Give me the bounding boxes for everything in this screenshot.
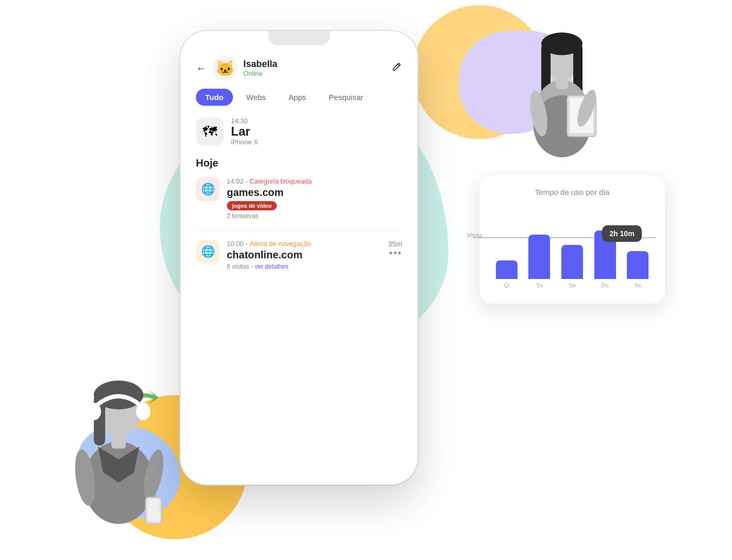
tab-apps[interactable]: Apps bbox=[279, 89, 315, 106]
tab-tudo[interactable]: Tudo bbox=[196, 89, 233, 106]
tab-webs[interactable]: Webs bbox=[237, 89, 275, 106]
edit-button[interactable] bbox=[391, 61, 402, 75]
map-icon: 🗺 bbox=[203, 123, 217, 140]
chart-bar-Qi bbox=[496, 260, 518, 279]
user-info: Isabella Online bbox=[243, 59, 277, 78]
globe-alert-icon: 🌐 bbox=[201, 245, 215, 258]
location-name: Lar bbox=[231, 125, 258, 138]
map-icon-box: 🗺 bbox=[196, 118, 224, 145]
chart-bar-label-Qi: Qi bbox=[504, 282, 509, 288]
chart-avg-label: Média bbox=[467, 232, 483, 238]
chart-bar-label-Do: Do bbox=[602, 282, 609, 288]
chart-bar-wrap-Qi: Qi bbox=[494, 206, 520, 288]
chart-bar-Sa bbox=[561, 245, 583, 279]
alert-label: Alerta de navegação bbox=[249, 240, 311, 248]
chart-bar-wrap-Se: Se bbox=[625, 206, 651, 288]
activity-right-chat: 35m ••• bbox=[388, 240, 402, 259]
dots-menu[interactable]: ••• bbox=[388, 248, 402, 259]
section-today-label: Hoje bbox=[196, 157, 402, 169]
cat-avatar-icon: 🐱 bbox=[215, 59, 235, 77]
phone-frame: ← 🐱 Isabella Online bbox=[180, 31, 418, 485]
chart-bar-Se bbox=[627, 251, 648, 279]
tag-badge: jogos de vídeo bbox=[227, 201, 277, 210]
activity-time-blocked: 14:02 - Categoria bloqueada bbox=[227, 177, 402, 185]
activity-time-alert: 10:00 - Alerta de navegação bbox=[227, 240, 381, 248]
user-avatar: 🐱 bbox=[212, 56, 237, 80]
svg-rect-5 bbox=[556, 75, 568, 89]
divider bbox=[196, 230, 402, 230]
globe-blocked-icon: 🌐 bbox=[201, 183, 215, 196]
activity-sub-games: 2 tentativas bbox=[227, 212, 402, 220]
user-name: Isabella bbox=[243, 59, 277, 70]
location-time: 14:30 bbox=[231, 117, 258, 125]
location-info: 14:30 Lar iPhone X bbox=[231, 117, 258, 146]
chart-bar-label-Sx: Sx bbox=[536, 282, 543, 288]
chart-card: Tempo de uso por dia Média QiSxSa2h 10mD… bbox=[479, 175, 665, 304]
chart-bar-Sx bbox=[528, 235, 550, 279]
chart-title: Tempo de uso por dia bbox=[494, 188, 651, 196]
svg-point-15 bbox=[136, 403, 151, 420]
activity-icon-alert: 🌐 bbox=[196, 240, 220, 263]
activity-domain-games: games.com bbox=[227, 186, 402, 199]
location-card: 🗺 14:30 Lar iPhone X bbox=[196, 117, 402, 146]
activity-details-chat: 10:00 - Alerta de navegação chatonline.c… bbox=[227, 240, 381, 270]
activity-tag-games: jogos de vídeo bbox=[227, 201, 402, 212]
person-left-image bbox=[52, 369, 196, 545]
tab-pesquisar[interactable]: Pesquisar bbox=[320, 89, 373, 106]
back-button[interactable]: ← bbox=[196, 62, 206, 74]
activity-details-games: 14:02 - Categoria bloqueada games.com jo… bbox=[227, 177, 402, 220]
activity-item-chat: 🌐 10:00 - Alerta de navegação chatonline… bbox=[196, 240, 402, 270]
svg-point-14 bbox=[87, 403, 101, 420]
chat-header-left: ← 🐱 Isabella Online bbox=[196, 56, 277, 80]
person-right-image bbox=[495, 21, 629, 196]
activity-duration: 35m bbox=[388, 240, 402, 248]
chart-bar-label-Sa: Sa bbox=[569, 282, 575, 288]
activity-sub-chat: 6 visitas - ver detalhes bbox=[227, 263, 381, 270]
chart-bar-label-Se: Se bbox=[634, 282, 641, 288]
activity-icon-blocked: 🌐 bbox=[196, 177, 220, 201]
chart-area: Média QiSxSa2h 10mDoSe bbox=[494, 206, 651, 288]
activity-domain-chat: chatonline.com bbox=[227, 249, 381, 261]
tabs-row: Tudo Webs Apps Pesquisar bbox=[196, 89, 402, 106]
chart-bar-Do: 2h 10m bbox=[594, 230, 616, 279]
chart-tooltip: 2h 10m bbox=[602, 225, 641, 242]
chart-bar-wrap-Sx: Sx bbox=[527, 206, 553, 288]
svg-rect-17 bbox=[111, 432, 126, 449]
user-status: Online bbox=[243, 70, 277, 77]
phone-notch bbox=[268, 31, 330, 45]
chart-bar-wrap-Do: 2h 10mDo bbox=[592, 206, 618, 288]
phone-content: ← 🐱 Isabella Online bbox=[180, 45, 418, 291]
location-device: iPhone X bbox=[231, 138, 258, 146]
chart-bar-wrap-Sa: Sa bbox=[559, 206, 585, 288]
ver-detalhes-link[interactable]: ver detalhes bbox=[255, 263, 288, 270]
phone-mockup: ← 🐱 Isabella Online bbox=[180, 31, 418, 485]
activity-item-games: 🌐 14:02 - Categoria bloqueada games.com … bbox=[196, 177, 402, 220]
svg-rect-21 bbox=[147, 499, 160, 521]
chat-header: ← 🐱 Isabella Online bbox=[196, 51, 402, 89]
blocked-label: Categoria bloqueada bbox=[249, 177, 312, 185]
